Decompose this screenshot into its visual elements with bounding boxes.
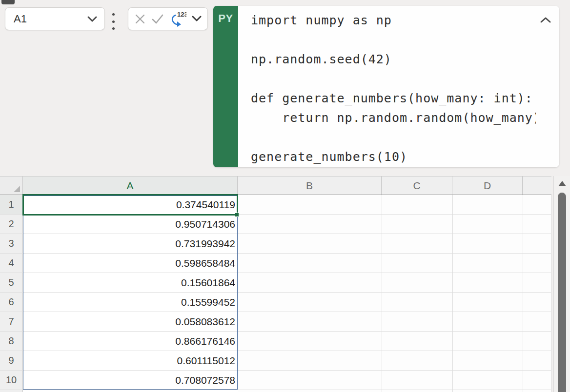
fill-handle[interactable] bbox=[235, 213, 239, 217]
excel-window: A1 123 PY import numpy as npnp.random.se… bbox=[0, 0, 570, 392]
table-row: 50.15601864 bbox=[0, 273, 551, 293]
column-header-partial[interactable] bbox=[523, 176, 551, 195]
gridline bbox=[523, 195, 523, 392]
select-all-triangle-icon bbox=[14, 186, 20, 192]
spreadsheet-grid: A B C D 10.37454011920.95071430630.73199… bbox=[0, 176, 570, 392]
column-header-D[interactable]: D bbox=[452, 176, 523, 195]
cell-A4[interactable]: 0.598658484 bbox=[23, 254, 238, 273]
row-header-5[interactable]: 5 bbox=[0, 273, 23, 292]
vertical-scrollbar bbox=[553, 176, 570, 392]
column-header-row: A B C D bbox=[0, 176, 551, 195]
row-header-3[interactable]: 3 bbox=[0, 234, 23, 253]
scroll-up-arrow-icon[interactable] bbox=[558, 181, 566, 186]
cell-A3[interactable]: 0.731993942 bbox=[23, 234, 238, 253]
row-header-8[interactable]: 8 bbox=[0, 332, 23, 351]
gridline bbox=[551, 195, 551, 392]
cell-A10[interactable]: 0.708072578 bbox=[23, 371, 238, 390]
code-line: import numpy as np bbox=[251, 11, 536, 30]
python-language-badge: PY bbox=[213, 6, 238, 167]
code-line bbox=[251, 69, 536, 89]
table-row bbox=[0, 390, 551, 392]
chevron-down-icon[interactable] bbox=[87, 16, 98, 22]
kebab-menu-icon[interactable] bbox=[112, 13, 115, 30]
cropped-ui-fragment bbox=[1, 0, 15, 4]
table-row: 100.708072578 bbox=[0, 371, 551, 390]
cell-A7[interactable]: 0.058083612 bbox=[23, 312, 238, 331]
code-line: generate_numbers(10) bbox=[251, 147, 536, 167]
gridline bbox=[382, 195, 382, 392]
name-box[interactable]: A1 bbox=[5, 7, 105, 30]
cell-A11[interactable] bbox=[23, 390, 238, 392]
code-line: def generate_numbers(how_many: int): bbox=[251, 89, 536, 108]
table-row: 30.731993942 bbox=[0, 234, 551, 254]
output-type-123-label: 123 bbox=[177, 11, 186, 18]
cell-A8[interactable]: 0.866176146 bbox=[23, 332, 238, 351]
table-row: 10.374540119 bbox=[0, 195, 551, 215]
row-header-1[interactable]: 1 bbox=[0, 195, 23, 214]
code-line: np.random.seed(42) bbox=[251, 50, 536, 69]
table-row: 20.950714306 bbox=[0, 215, 551, 234]
column-header-C[interactable]: C bbox=[382, 176, 452, 195]
chevron-down-icon[interactable] bbox=[192, 16, 202, 22]
row-header-7[interactable]: 7 bbox=[0, 312, 23, 331]
enter-button[interactable] bbox=[151, 14, 164, 24]
table-row: 90.601115012 bbox=[0, 351, 551, 371]
cell-A2[interactable]: 0.950714306 bbox=[23, 215, 238, 234]
row-header-9[interactable]: 9 bbox=[0, 351, 23, 370]
formula-bar[interactable]: PY import numpy as npnp.random.seed(42)d… bbox=[213, 6, 559, 167]
formula-action-toolbar: 123 bbox=[128, 7, 208, 30]
column-header-A[interactable]: A bbox=[23, 176, 238, 195]
name-box-value: A1 bbox=[14, 13, 27, 25]
table-row: 40.598658484 bbox=[0, 254, 551, 273]
table-row: 80.866176146 bbox=[0, 332, 551, 351]
cell-A1[interactable]: 0.374540119 bbox=[23, 195, 238, 214]
cancel-button[interactable] bbox=[134, 13, 146, 25]
row-header-6[interactable]: 6 bbox=[0, 293, 23, 312]
select-all-button[interactable] bbox=[0, 176, 23, 195]
table-row: 70.058083612 bbox=[0, 312, 551, 332]
code-editor[interactable]: import numpy as npnp.random.seed(42)def … bbox=[238, 6, 536, 167]
cell-A9[interactable]: 0.601115012 bbox=[23, 351, 238, 370]
table-row: 60.15599452 bbox=[0, 293, 551, 312]
code-line bbox=[251, 128, 536, 147]
grid-body: 10.37454011920.95071430630.73199394240.5… bbox=[0, 195, 551, 392]
code-line bbox=[251, 30, 536, 50]
gridline bbox=[452, 195, 453, 392]
code-line: return np.random.random(how_many) bbox=[251, 108, 536, 128]
cell-A5[interactable]: 0.15601864 bbox=[23, 273, 238, 292]
row-header-10[interactable]: 10 bbox=[0, 371, 23, 390]
row-header-11[interactable] bbox=[0, 390, 23, 392]
row-header-4[interactable]: 4 bbox=[0, 254, 23, 273]
row-header-2[interactable]: 2 bbox=[0, 215, 23, 234]
cell-A6[interactable]: 0.15599452 bbox=[23, 293, 238, 312]
column-header-B[interactable]: B bbox=[238, 176, 382, 195]
python-output-type-icon[interactable]: 123 bbox=[170, 11, 186, 27]
chevron-up-icon[interactable] bbox=[540, 17, 551, 23]
scrollbar-thumb[interactable] bbox=[558, 193, 566, 392]
